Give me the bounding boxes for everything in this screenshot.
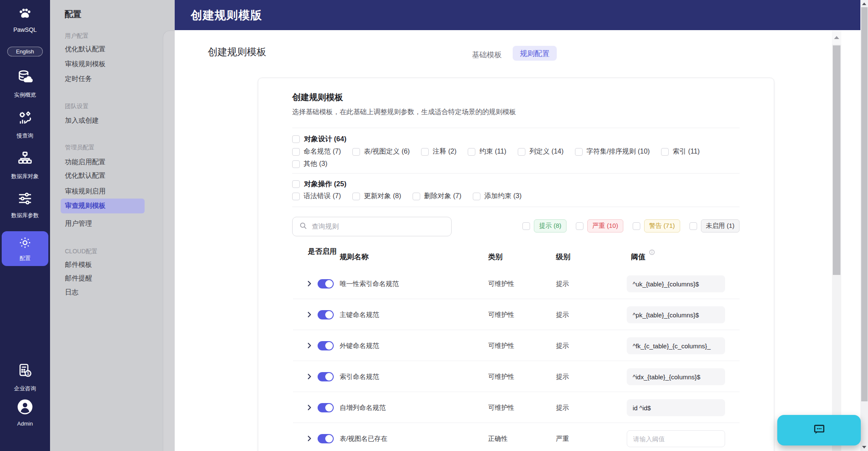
enable-toggle[interactable] (318, 403, 334, 412)
option-charset-collation[interactable]: 字符集/排序规则 (10) (575, 147, 650, 156)
rule-level: 提示 (556, 280, 569, 289)
chat-support-button[interactable] (777, 415, 861, 445)
sidebar-item-instances[interactable]: 实例概览 (0, 68, 50, 99)
option-update-object[interactable]: 更新对象 (8) (352, 192, 401, 201)
enable-toggle[interactable] (318, 341, 334, 350)
nav-item-review-rule-template-active[interactable]: 审查规则模板 (61, 199, 145, 213)
option-table-view-def[interactable]: 表/视图定义 (6) (352, 147, 410, 156)
expand-chevron-icon[interactable] (306, 404, 313, 413)
checkbox (292, 135, 300, 143)
enable-toggle[interactable] (318, 279, 334, 289)
filter-critical[interactable]: 严重 (10) (576, 219, 623, 233)
divider (292, 173, 740, 174)
checkbox (292, 193, 300, 200)
rule-level: 提示 (556, 311, 569, 319)
option-delete-object[interactable]: 删除对象 (7) (413, 192, 461, 201)
rule-category: 可维护性 (488, 311, 514, 319)
expand-chevron-icon[interactable] (306, 342, 313, 351)
option-others[interactable]: 其他 (3) (292, 160, 327, 168)
table-row: 索引命名规范 可维护性 提示 (258, 361, 774, 392)
nav-item-scheduled-tasks[interactable]: 定时任务 (65, 75, 92, 84)
content-scrollbar-up-button[interactable] (832, 31, 841, 44)
rule-name: 索引命名规范 (340, 373, 379, 381)
threshold-input[interactable] (627, 275, 725, 292)
option-label: 注释 (2) (433, 147, 456, 156)
option-label: 索引 (11) (673, 147, 700, 156)
scroll-up-arrow-icon[interactable] (862, 3, 866, 5)
threshold-input[interactable] (627, 399, 725, 416)
nav-item-mail-template[interactable]: 邮件模板 (65, 261, 92, 269)
table-row: 表/视图名已存在 正确性 严重 (258, 423, 774, 451)
nav-item-feature-enable[interactable]: 功能启用配置 (65, 158, 106, 167)
expand-chevron-icon[interactable] (306, 435, 313, 444)
nav-item-audit-rule-enable[interactable]: 审核规则启用 (65, 187, 106, 196)
threshold-info-icon[interactable] (649, 249, 655, 257)
rule-category: 可维护性 (488, 342, 514, 350)
enable-toggle[interactable] (318, 372, 334, 381)
expand-chevron-icon[interactable] (306, 373, 313, 382)
sidebar-item-db-params[interactable]: 数据库参数 (0, 190, 50, 219)
sidebar-item-config-active[interactable]: 配置 (2, 231, 48, 266)
group-label: 对象操作 (25) (304, 179, 346, 189)
tab-rule-config-active[interactable]: 规则配置 (513, 46, 557, 61)
threshold-input[interactable] (627, 368, 725, 385)
rule-category: 正确性 (488, 434, 508, 443)
option-index[interactable]: 索引 (11) (661, 147, 700, 156)
sidebar-item-db-objects[interactable]: 数据库对象 (0, 149, 50, 180)
sidebar-item-enterprise-consult[interactable]: $ 企业咨询 (0, 361, 50, 392)
nav-item-audit-rule-template[interactable]: 审核规则模板 (65, 60, 106, 69)
option-label: 字符集/排序规则 (10) (586, 147, 650, 156)
filter-warning[interactable]: 警告 (71) (633, 219, 680, 233)
rule-category: 可维护性 (488, 280, 514, 289)
col-header-threshold: 阈值 (631, 252, 645, 262)
sidebar-item-slow-queries[interactable]: 慢查询 (0, 109, 50, 140)
enable-toggle[interactable] (318, 310, 334, 319)
option-add-constraint[interactable]: 添加约束 (3) (473, 192, 522, 201)
logo[interactable]: PawSQL (0, 6, 50, 33)
option-constraints[interactable]: 约束 (11) (468, 147, 506, 156)
option-syntax-error[interactable]: 语法错误 (7) (292, 192, 341, 201)
logo-label: PawSQL (13, 26, 36, 33)
rule-template-card: 创建规则模板 选择基础模板，在此基础上调整规则参数，生成适合特定场景的的规则模板… (258, 78, 774, 451)
table-row: 外键命名规范 可维护性 提示 (258, 330, 774, 361)
checkbox (633, 222, 640, 230)
checkbox (292, 180, 300, 188)
checkbox (689, 222, 697, 230)
gear-icon (18, 235, 32, 252)
nav-item-optimize-defaults-admin[interactable]: 优化默认配置 (65, 171, 106, 180)
content-scrollbar-thumb[interactable] (833, 45, 840, 275)
nav-item-logs[interactable]: 日志 (65, 288, 78, 297)
search-input[interactable] (312, 223, 435, 230)
nav-item-join-or-create[interactable]: 加入或创建 (65, 116, 99, 125)
filter-disabled[interactable]: 未启用 (1) (689, 219, 740, 233)
table-row: 唯一性索引命名规范 可维护性 提示 (258, 268, 774, 299)
enable-toggle[interactable] (318, 434, 334, 443)
language-toggle[interactable]: English (7, 47, 43, 56)
threshold-input[interactable] (627, 306, 725, 323)
user-avatar-icon (16, 398, 34, 417)
group-object-design[interactable]: 对象设计 (64) (292, 134, 346, 144)
rule-name: 外键命名规范 (340, 342, 379, 350)
filter-hint[interactable]: 提示 (8) (522, 219, 567, 233)
option-comments[interactable]: 注释 (2) (421, 147, 456, 156)
tab-base-template[interactable]: 基础模板 (472, 50, 502, 60)
checkbox (413, 193, 420, 200)
group-object-operations[interactable]: 对象操作 (25) (292, 179, 346, 189)
expand-chevron-icon[interactable] (306, 280, 313, 289)
expand-chevron-icon[interactable] (306, 311, 313, 320)
col-header-category: 类别 (488, 252, 502, 262)
group-object-design-options: 命名规范 (7) 表/视图定义 (6) 注释 (2) 约束 (11) 列定义 (… (292, 147, 700, 156)
threshold-input[interactable] (627, 430, 725, 447)
option-column-def[interactable]: 列定义 (14) (518, 147, 564, 156)
threshold-input[interactable] (627, 337, 725, 354)
page-title: 创建规则模板 (208, 45, 266, 59)
group-object-operations-options: 语法错误 (7) 更新对象 (8) 删除对象 (7) 添加约束 (3) (292, 192, 522, 201)
checkbox (352, 148, 360, 156)
option-naming[interactable]: 命名规范 (7) (292, 147, 341, 156)
page-scrollbar-thumb[interactable] (861, 7, 868, 401)
nav-item-optimize-defaults[interactable]: 优化默认配置 (65, 45, 106, 54)
scroll-down-arrow-icon[interactable] (862, 446, 866, 448)
sidebar-item-admin[interactable]: Admin (0, 398, 50, 427)
nav-item-mail-reminder[interactable]: 邮件提醒 (65, 274, 92, 283)
nav-item-user-management[interactable]: 用户管理 (65, 219, 92, 228)
